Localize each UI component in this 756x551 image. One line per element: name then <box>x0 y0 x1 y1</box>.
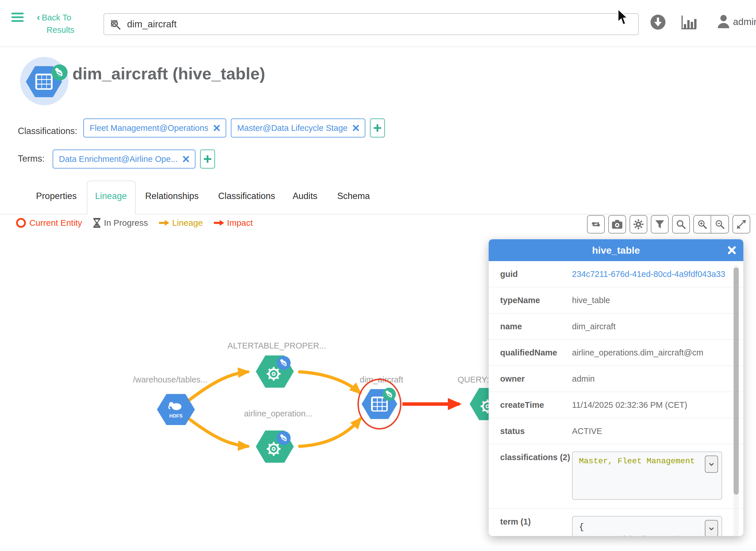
legend-in-progress: In Progress <box>93 218 148 228</box>
remove-tag-icon[interactable] <box>214 125 220 131</box>
popup-scrollbar-thumb[interactable] <box>734 267 739 495</box>
popup-row-guid: guid 234c7211-676d-41ed-80cd-4a9fdf043a3… <box>489 261 743 287</box>
guid-link[interactable]: 234c7211-676d-41ed-80cd-4a9fdf043a33 <box>572 268 725 280</box>
status-value: ACTIVE <box>572 425 602 437</box>
settings-button[interactable] <box>630 215 647 233</box>
remove-tag-icon[interactable] <box>183 156 189 162</box>
impact-arrow-icon <box>214 220 224 226</box>
menu-icon[interactable] <box>11 13 24 24</box>
entity-type-icon <box>19 56 71 107</box>
statistics-icon[interactable] <box>680 15 697 31</box>
tab-properties[interactable]: Properties <box>36 191 76 201</box>
retweet-icon <box>590 218 602 230</box>
filter-icon <box>654 219 665 230</box>
classification-tag[interactable]: Fleet Management@Operations <box>83 118 226 137</box>
node-current-entity[interactable] <box>358 379 401 429</box>
chevron-left-icon: ‹ <box>37 11 40 22</box>
clear-search-icon[interactable] <box>110 20 118 27</box>
svg-text:HDFS: HDFS <box>169 413 183 419</box>
node-detail-popup: hive_table guid 234c7211-676d-41ed-80cd-… <box>489 239 743 536</box>
classifications-expand-button[interactable] <box>705 456 718 473</box>
popup-row-name: name dim_aircraft <box>489 314 743 340</box>
add-term-button[interactable] <box>200 149 215 168</box>
popup-row-typename: typeName hive_table <box>489 287 743 314</box>
plus-icon <box>204 155 211 163</box>
chevron-down-icon <box>709 527 714 530</box>
top-bar: ‹Back To Results <box>0 0 756 47</box>
popup-row-qualifiedname: qualifiedName airline_operations.dim_air… <box>489 340 743 366</box>
popup-row-classifications: classifications (2) Master, Fleet Manage… <box>489 444 743 509</box>
legend-impact: Impact <box>214 218 253 228</box>
hourglass-icon <box>93 218 101 228</box>
zoom-in-button[interactable] <box>693 215 711 233</box>
back-to-results-link[interactable]: ‹Back To Results <box>37 11 74 36</box>
tab-relationships[interactable]: Relationships <box>145 191 199 201</box>
current-entity-icon <box>16 218 26 228</box>
search-input[interactable] <box>126 16 611 33</box>
popup-row-owner: owner admin <box>489 366 743 392</box>
tab-classifications[interactable]: Classifications <box>218 191 275 201</box>
classifications-codebox: Master, Fleet Management <box>572 452 722 500</box>
fullscreen-button[interactable] <box>732 215 750 233</box>
search-box <box>103 13 639 35</box>
term-expand-button[interactable] <box>705 520 718 536</box>
popup-row-status: status ACTIVE <box>489 418 743 444</box>
node-process-bottom[interactable] <box>256 431 294 463</box>
term-tags: Data Enrichment@Airline Ope... <box>53 149 215 168</box>
back-line2: Results <box>47 25 74 34</box>
lineage-legend: Current Entity In Progress Lineage Imp <box>16 218 264 228</box>
back-line1: Back To <box>42 13 71 22</box>
user-menu[interactable]: admin <box>717 14 756 29</box>
legend-lineage: Lineage <box>159 218 203 228</box>
node-process-top[interactable] <box>256 356 294 388</box>
tab-schema[interactable]: Schema <box>337 191 370 201</box>
search-node-button[interactable] <box>672 215 690 233</box>
node-label-hdfs-path: /warehouse/tables... <box>133 375 208 384</box>
tab-lineage[interactable]: Lineage <box>95 191 127 201</box>
camera-icon <box>611 219 623 229</box>
popup-row-term: term (1) { termGuid: "26357cb4- 8307-4f4… <box>489 509 743 536</box>
download-icon[interactable] <box>650 14 666 30</box>
node-label-process-top: ALTERTABLE_PROPER... <box>227 341 326 350</box>
classifications-label: Classifications: <box>18 126 77 136</box>
term-tag[interactable]: Data Enrichment@Airline Ope... <box>53 149 195 168</box>
lineage-arrow-icon <box>159 220 169 226</box>
terms-label: Terms: <box>18 153 45 164</box>
remove-tag-icon[interactable] <box>353 125 359 131</box>
popup-header[interactable]: hive_table <box>489 239 743 261</box>
add-classification-button[interactable] <box>370 118 385 137</box>
filter-button[interactable] <box>651 215 669 233</box>
chevron-down-icon <box>709 463 714 466</box>
lineage-toolbar <box>584 215 750 233</box>
gear-icon <box>633 218 644 230</box>
expand-icon <box>736 219 747 229</box>
classification-tag[interactable]: Master@Data Lifecycle Stage <box>231 118 365 137</box>
screenshot-button[interactable] <box>608 215 626 233</box>
close-icon[interactable] <box>728 246 736 254</box>
classification-tags: Fleet Management@Operations Master@Data … <box>83 118 385 137</box>
popup-row-createtime: createTime 11/14/2025 02:32:36 PM (CET) <box>489 392 743 418</box>
node-label-process-bottom: airline_operation... <box>244 409 313 418</box>
user-label: admin <box>733 16 756 27</box>
table-grid-icon <box>373 398 386 410</box>
zoom-out-button[interactable] <box>711 215 729 233</box>
lineage-graph[interactable]: /warehouse/tables... ALTERTABLE_PROPER..… <box>109 331 517 515</box>
zoom-in-icon <box>697 219 708 230</box>
user-icon <box>717 14 730 29</box>
atlas-entity-page: ‹Back To Results <box>0 0 756 551</box>
page-title: dim_aircraft (hive_table) <box>72 64 265 83</box>
legend-current-entity: Current Entity <box>16 218 82 228</box>
refresh-lineage-button[interactable] <box>587 215 605 233</box>
zoom-out-icon <box>714 219 725 230</box>
plus-icon <box>374 124 381 132</box>
search-icon <box>676 219 686 230</box>
term-codebox: { termGuid: "26357cb4- 8307-4f46-a5 <box>572 516 722 536</box>
tab-audits[interactable]: Audits <box>293 191 317 201</box>
popup-title: hive_table <box>592 245 640 256</box>
